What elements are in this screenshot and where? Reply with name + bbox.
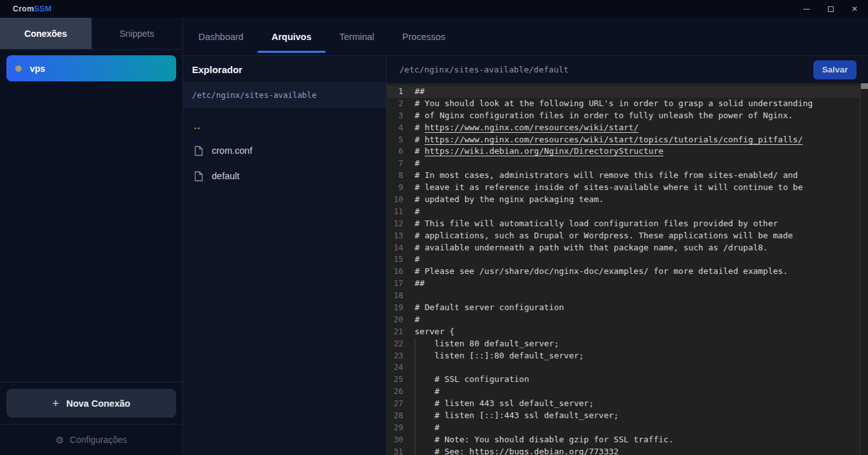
code-line[interactable]: 24: [387, 362, 859, 374]
code-text: # Note: You should disable gzip for SSL …: [415, 434, 859, 446]
code-line[interactable]: 2# You should look at the following URL'…: [387, 98, 859, 110]
file-name: default: [212, 171, 240, 181]
main-panel: DashboardArquivosTerminalProcessos Explo…: [183, 18, 868, 455]
line-number: 27: [387, 398, 403, 410]
line-number: 22: [387, 338, 403, 350]
code-line[interactable]: 12# This file will automatically load co…: [387, 218, 859, 230]
code-line[interactable]: 4# https://www.nginx.com/resources/wiki/…: [387, 122, 859, 134]
code-line[interactable]: 25 # SSL configuration: [387, 374, 859, 386]
code-line[interactable]: 6# https://wiki.debian.org/Nginx/Directo…: [387, 146, 859, 158]
line-number: 2: [387, 98, 403, 110]
file-icon: [194, 171, 203, 182]
code-line[interactable]: 21server {: [387, 326, 859, 338]
editor-scrollbar[interactable]: [860, 83, 868, 455]
code-text: #: [415, 158, 859, 170]
file-name: ..: [194, 120, 200, 131]
minimize-icon[interactable]: [802, 4, 811, 13]
tab-dashboard[interactable]: Dashboard: [184, 18, 258, 55]
line-number: 11: [387, 206, 403, 218]
line-number: 28: [387, 410, 403, 422]
line-number: 7: [387, 158, 403, 170]
explorer-file-list: ..crom.confdefault: [183, 107, 386, 194]
code-text: # listen [::]:443 ssl default_server;: [415, 410, 859, 422]
code-line[interactable]: 31 # See: https://bugs.debian.org/773332: [387, 446, 859, 455]
settings-button[interactable]: ⚙ Configurações: [0, 424, 183, 455]
gear-icon: ⚙: [55, 435, 64, 445]
code-text: ##: [415, 278, 859, 290]
code-text: # In most cases, administrators will rem…: [415, 170, 859, 182]
code-line[interactable]: 17##: [387, 278, 859, 290]
code-line[interactable]: 7#: [387, 158, 859, 170]
code-text: # Default server configuration: [415, 302, 859, 314]
close-icon[interactable]: ✕: [850, 4, 859, 13]
line-number: 20: [387, 314, 403, 326]
line-number: 9: [387, 182, 403, 194]
title-bar: CromSSM ✕: [0, 0, 868, 18]
line-number: 14: [387, 242, 403, 254]
code-lines: 1##2# You should look at the following U…: [387, 86, 859, 455]
file-item[interactable]: default: [183, 163, 386, 189]
app-title-part1: Crom: [13, 4, 34, 13]
code-line[interactable]: 3# of Nginx configuration files in order…: [387, 110, 859, 122]
code-text: # of Nginx configuration files in order …: [415, 110, 859, 122]
code-line[interactable]: 26 #: [387, 386, 859, 398]
connection-list: vps: [0, 50, 183, 382]
code-text: #: [415, 386, 859, 398]
explorer-title: Explorador: [183, 56, 386, 83]
code-text: #: [415, 254, 859, 266]
line-number: 18: [387, 290, 403, 302]
line-number: 29: [387, 422, 403, 434]
code-line[interactable]: 9# leave it as reference inside of sites…: [387, 182, 859, 194]
code-text: # SSL configuration: [415, 374, 859, 386]
code-line[interactable]: 11#: [387, 206, 859, 218]
line-number: 16: [387, 266, 403, 278]
scrollbar-thumb[interactable]: [861, 83, 868, 89]
code-line[interactable]: 18: [387, 290, 859, 302]
code-line[interactable]: 8# In most cases, administrators will re…: [387, 170, 859, 182]
code-line[interactable]: 19# Default server configuration: [387, 302, 859, 314]
code-line[interactable]: 14# available underneath a path with tha…: [387, 242, 859, 254]
code-editor[interactable]: 1##2# You should look at the following U…: [387, 83, 868, 455]
line-number: 13: [387, 230, 403, 242]
new-connection-button[interactable]: + Nova Conexão: [6, 389, 176, 418]
code-line[interactable]: 28 # listen [::]:443 ssl default_server;: [387, 410, 859, 422]
code-line[interactable]: 22 listen 80 default_server;: [387, 338, 859, 350]
code-line[interactable]: 23 listen [::]:80 default_server;: [387, 350, 859, 362]
editor-file-path: /etc/nginx/sites-available/default: [399, 65, 568, 74]
code-text: [415, 362, 859, 374]
tab-processos[interactable]: Processos: [389, 18, 460, 55]
tab-arquivos[interactable]: Arquivos: [258, 18, 326, 55]
plus-icon: +: [52, 397, 59, 409]
code-line[interactable]: 30 # Note: You should disable gzip for S…: [387, 434, 859, 446]
code-text: # Please see /usr/share/doc/nginx-doc/ex…: [415, 266, 859, 278]
line-number: 3: [387, 110, 403, 122]
sidebar: ConexõesSnippets vps + Nova Conexão ⚙ Co…: [0, 18, 183, 455]
tab-terminal[interactable]: Terminal: [326, 18, 389, 55]
app-title-part2: SSM: [34, 4, 52, 13]
line-number: 26: [387, 386, 403, 398]
line-number: 12: [387, 218, 403, 230]
file-item[interactable]: crom.conf: [183, 138, 386, 163]
code-line[interactable]: 20#: [387, 314, 859, 326]
code-line[interactable]: 27 # listen 443 ssl default_server;: [387, 398, 859, 410]
code-line[interactable]: 15#: [387, 254, 859, 266]
maximize-icon[interactable]: [826, 4, 835, 13]
code-line[interactable]: 13# applications, such as Drupal or Word…: [387, 230, 859, 242]
sidebar-tab-conexões[interactable]: Conexões: [0, 18, 92, 49]
connection-item[interactable]: vps: [6, 55, 176, 81]
editor-header: /etc/nginx/sites-available/default Salva…: [387, 56, 868, 83]
code-line[interactable]: 16# Please see /usr/share/doc/nginx-doc/…: [387, 266, 859, 278]
editor-panel: /etc/nginx/sites-available/default Salva…: [387, 56, 868, 455]
code-text: listen 80 default_server;: [415, 338, 859, 350]
line-number: 23: [387, 350, 403, 362]
line-number: 5: [387, 134, 403, 146]
sidebar-tab-snippets[interactable]: Snippets: [92, 18, 183, 49]
save-button[interactable]: Salvar: [813, 60, 857, 79]
code-line[interactable]: 10# updated by the nginx packaging team.: [387, 194, 859, 206]
file-icon: [194, 146, 203, 156]
line-number: 4: [387, 122, 403, 134]
code-line[interactable]: 5# https://www.nginx.com/resources/wiki/…: [387, 134, 859, 146]
code-line[interactable]: 29 #: [387, 422, 859, 434]
parent-directory-item[interactable]: ..: [183, 112, 386, 138]
code-line[interactable]: 1##: [387, 86, 859, 98]
